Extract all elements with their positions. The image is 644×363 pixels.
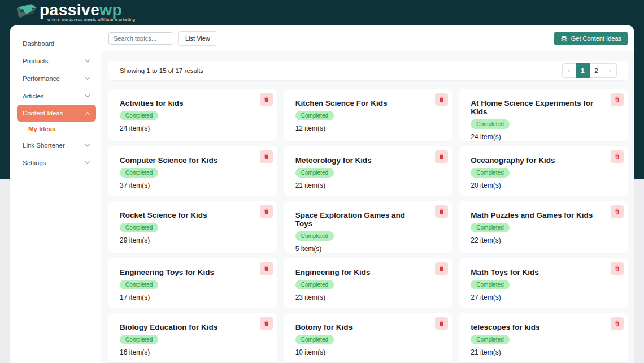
chevron-down-icon [85,159,90,164]
brand-name: passivewp [40,2,136,19]
pagination-page-2[interactable]: 2 [589,63,603,78]
brand-tagline: where wordpress meets affiliate marketin… [40,18,136,21]
trash-icon [614,208,620,215]
idea-cards-grid: Activities for kids Completed 24 item(s)… [108,89,628,362]
idea-card[interactable]: Space Exploration Games and Toys Complet… [284,201,453,253]
idea-title: Kitchen Science For Kids [295,99,442,107]
pagination-next-button[interactable]: › [603,63,617,78]
idea-card[interactable]: Botony for Kids Completed 10 item(s) [284,313,453,362]
status-badge: Completed [295,335,334,344]
get-content-ideas-button[interactable]: Get Content Ideas [554,32,628,45]
main-area: List View Get Content Ideas Showing 1 to… [101,25,634,363]
item-count: 23 item(s) [295,293,442,301]
delete-idea-button[interactable] [260,205,273,218]
idea-card[interactable]: Meteorology for Kids Completed 21 item(s… [284,146,453,196]
delete-idea-button[interactable] [435,93,448,106]
sidebar-item-content-ideas[interactable]: Content Ideas [17,105,96,122]
sidebar-item-link-shortener[interactable]: Link Shortener [10,136,101,154]
sidebar-item-articles[interactable]: Articles [10,87,101,105]
delete-idea-button[interactable] [611,93,624,106]
brand-logo[interactable]: passivewp where wordpress meets affiliat… [0,0,644,24]
delete-idea-button[interactable] [435,205,448,218]
trash-icon [614,320,620,327]
trash-icon [263,265,269,272]
idea-card[interactable]: telescopes for kids Completed 21 item(s) [459,313,628,362]
chevron-down-icon [85,93,90,97]
delete-idea-button[interactable] [611,150,624,163]
idea-card[interactable]: Oceanography for Kids Completed 20 item(… [459,146,628,196]
pagination: ‹ 1 2 › [562,63,617,78]
item-count: 24 item(s) [471,133,617,141]
delete-idea-button[interactable] [260,150,273,163]
sidebar-item-settings[interactable]: Settings [10,154,101,171]
idea-card[interactable]: Math Toys for Kids Completed 27 item(s) [459,258,628,308]
trash-icon [438,96,445,103]
app-container: Dashboard Products Performance Articles … [10,25,634,363]
delete-idea-button[interactable] [260,93,273,106]
delete-idea-button[interactable] [435,317,448,330]
app-header: passivewp where wordpress meets affiliat… [0,0,644,25]
item-count: 21 item(s) [471,348,617,356]
idea-card[interactable]: Engineering for Kids Completed 23 item(s… [284,258,453,308]
delete-idea-button[interactable] [260,262,273,275]
idea-title: telescopes for kids [471,323,617,331]
brand-name-secondary: wp [99,1,122,19]
delete-idea-button[interactable] [611,262,624,275]
item-count: 29 item(s) [120,236,266,244]
idea-title: Meteorology for Kids [295,156,442,165]
status-badge: Completed [120,111,158,120]
layers-icon [560,35,568,42]
idea-title: Engineering for Kids [295,268,442,276]
results-summary: Showing 1 to 15 of 17 results [120,67,203,74]
sidebar-item-label: Articles [23,93,44,100]
idea-title: Space Exploration Games and Toys [295,211,442,228]
delete-idea-button[interactable] [435,262,448,275]
pagination-page-1[interactable]: 1 [576,63,590,78]
results-bar: Showing 1 to 15 of 17 results ‹ 1 2 › [108,61,628,80]
toolbar: List View Get Content Ideas [101,25,634,51]
idea-card[interactable]: Activities for kids Completed 24 item(s) [108,89,277,141]
status-badge: Completed [120,168,158,178]
status-badge: Completed [471,119,509,129]
status-badge: Completed [120,223,158,232]
sidebar-item-performance[interactable]: Performance [10,70,101,87]
delete-idea-button[interactable] [611,205,624,218]
idea-card[interactable]: Engineering Toys for Kids Completed 17 i… [108,258,277,308]
delete-idea-button[interactable] [611,317,624,330]
trash-icon [614,96,620,103]
item-count: 16 item(s) [120,348,266,356]
item-count: 20 item(s) [471,182,617,189]
trash-icon [438,320,445,327]
sidebar-item-dashboard[interactable]: Dashboard [10,34,101,52]
sidebar-item-label: Dashboard [23,40,54,47]
sidebar-item-products[interactable]: Products [10,52,101,70]
idea-card[interactable]: Rocket Science for Kids Completed 29 ite… [108,201,277,253]
chevron-down-icon [85,75,90,80]
delete-idea-button[interactable] [435,150,448,163]
chevron-up-icon [85,111,90,116]
delete-idea-button[interactable] [260,317,273,330]
search-input[interactable] [108,32,173,45]
status-badge: Completed [471,168,509,178]
sidebar-item-label: Performance [23,75,60,82]
idea-card[interactable]: Biology Education for Kids Completed 16 … [108,313,277,362]
sidebar-item-label: Link Shortener [23,142,65,149]
idea-title: Math Toys for Kids [471,268,617,276]
idea-card[interactable]: Kitchen Science For Kids Completed 12 it… [284,89,453,141]
pagination-prev-button[interactable]: ‹ [562,63,576,78]
chevron-down-icon [85,58,90,62]
status-badge: Completed [295,231,334,241]
idea-card[interactable]: At Home Science Experiments for Kids Com… [459,89,628,141]
list-view-button[interactable]: List View [178,31,217,46]
item-count: 27 item(s) [471,293,617,301]
idea-card[interactable]: Computer Science for Kids Completed 37 i… [108,146,277,196]
idea-title: Math Puzzles and Games for Kids [471,211,617,219]
sidebar-item-my-ideas[interactable]: My Ideas [10,122,101,136]
status-badge: Completed [471,335,509,344]
idea-card[interactable]: Math Puzzles and Games for Kids Complete… [459,201,628,253]
idea-title: Oceanography for Kids [471,156,617,165]
idea-title: Computer Science for Kids [120,156,266,165]
brand-logo-icon [15,2,38,24]
item-count: 17 item(s) [120,293,266,301]
trash-icon [438,153,445,160]
